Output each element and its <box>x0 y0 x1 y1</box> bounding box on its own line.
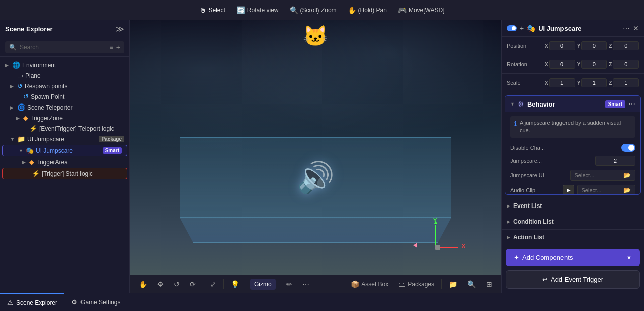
condition-list-arrow: ▶ <box>507 219 510 224</box>
pan-btn[interactable]: ✋ (Hold) Pan <box>344 4 391 16</box>
cursor-icon: 🖱 <box>199 6 206 14</box>
behavior-options-icon[interactable]: ⋯ <box>628 100 635 108</box>
add-component-icon[interactable]: + <box>520 24 524 32</box>
wasd-icon: 🎮 <box>398 6 407 14</box>
tree-arrow: ▶ <box>5 63 10 68</box>
position-x-input[interactable] <box>549 41 575 50</box>
tree-item-trigger-start-logic[interactable]: ⚡ [Trigger] Start logic <box>2 168 127 179</box>
scale-btn[interactable]: ⤢ <box>206 278 220 290</box>
zoom-btn[interactable]: 🔍 (Scroll) Zoom <box>286 4 341 16</box>
behavior-smart-badge: Smart <box>605 100 625 108</box>
asset-box-btn[interactable]: 📦 Asset Box <box>347 278 392 290</box>
prop-menu-icon[interactable]: ⋯ <box>623 24 630 32</box>
behavior-description: A jumpscare triggered by a sudden visual… <box>520 119 631 135</box>
rotation-y-input[interactable] <box>581 60 607 69</box>
game-settings-tab[interactable]: ⚙ Game Settings <box>64 293 127 311</box>
close-panel-icon[interactable]: ✕ <box>633 24 639 32</box>
tree-item-trigger-area[interactable]: ▶ ◆ TriggerArea <box>0 157 129 167</box>
more-btn[interactable]: ⋯ <box>298 278 313 290</box>
rotate-btn[interactable]: ⟳ <box>186 278 200 290</box>
asset-box-icon: 📦 <box>351 280 359 288</box>
jumpscare-count-input[interactable] <box>595 156 635 166</box>
move-btn[interactable]: 🎮 Move[WASD] <box>394 4 449 16</box>
add-components-btn[interactable]: ✦ Add Components ▼ <box>506 249 640 266</box>
action-list-header[interactable]: ▶ Action List <box>507 230 639 245</box>
rotate-view-btn[interactable]: 🔄 Rotate view <box>232 4 283 16</box>
tree-item-plane[interactable]: ▭ Plane <box>0 70 129 81</box>
pan-icon: ✋ <box>348 6 356 14</box>
edit-btn[interactable]: ✏ <box>282 278 296 290</box>
folder-icon: 📁 <box>17 135 25 143</box>
condition-list-header[interactable]: ▶ Condition List <box>507 214 639 229</box>
viewport[interactable]: 🐱 🔊 ✋ ✥ ↺ ⟳ <box>130 20 501 293</box>
trigger-area-icon: ◆ <box>29 158 34 166</box>
tree-item-respawn-points[interactable]: ▶ ↺ Respawn points <box>0 81 129 91</box>
search-input[interactable] <box>20 44 107 51</box>
scale-y-input[interactable] <box>581 78 607 87</box>
tree-item-environment[interactable]: ▶ 🌐 Environment <box>0 60 129 70</box>
refresh-btn[interactable]: ↺ <box>170 278 184 290</box>
event-trigger-icon: ↩ <box>542 276 548 283</box>
teleporter-icon: 🌀 <box>17 103 25 111</box>
component-toggle[interactable] <box>507 25 517 31</box>
jumpscare-ui-select[interactable]: Select... 📂 <box>570 170 636 181</box>
scale-z-input[interactable] <box>613 78 639 87</box>
position-section: Position X Y Z <box>502 37 644 55</box>
hand-tool-btn[interactable]: ✋ <box>135 278 151 290</box>
rotation-z-field: Z <box>609 60 639 69</box>
rotation-z-input[interactable] <box>613 60 639 69</box>
file-select-icon: 📂 <box>623 172 631 179</box>
info-icon: ℹ <box>514 120 517 127</box>
light-btn[interactable]: 💡 <box>227 278 244 290</box>
search-scene-btn[interactable]: 🔍 <box>463 278 480 290</box>
tree-item-ui-jumpscare-selected[interactable]: ▼ 🎭 UI Jumpscare Smart <box>2 145 127 156</box>
search-icon: 🔍 <box>9 44 17 51</box>
behavior-icon: ⚙ <box>518 100 524 108</box>
tree-item-scene-teleporter[interactable]: ▶ 🌀 Scene Teleporter <box>0 102 129 113</box>
tree-item-ui-jumpscare-pkg[interactable]: ▼ 📁 UI Jumpscare Package <box>0 134 129 144</box>
disable-cha-row: Disable Cha... <box>510 142 635 154</box>
rotation-section: Rotation X Y Z <box>502 55 644 74</box>
disable-cha-toggle[interactable] <box>621 144 635 152</box>
audio-clip-select[interactable]: Select... 📂 <box>577 185 636 195</box>
jumpscare-ui-label: Jumpscare UI <box>510 172 567 178</box>
packages-btn[interactable]: 🗃 Packages <box>394 278 438 290</box>
position-fields: X Y Z <box>545 41 639 50</box>
add-components-chevron-icon: ▼ <box>626 255 632 261</box>
position-y-input[interactable] <box>581 41 607 50</box>
tree-arrow: ▶ <box>10 84 15 89</box>
add-scene-item-icon[interactable]: + <box>116 43 120 51</box>
status-bar: ⚠ Scene Explorer ⚙ Game Settings <box>0 293 644 311</box>
position-z-field: Z <box>609 41 639 50</box>
action-list-title: Action List <box>513 234 544 241</box>
grid-btn[interactable]: ⊞ <box>482 278 496 290</box>
gizmo-btn[interactable]: Gizmo <box>250 279 276 290</box>
event-list-header[interactable]: ▶ Event List <box>507 198 639 214</box>
folder-browse-btn[interactable]: 📁 <box>445 278 461 290</box>
audio-clip-label: Audio Clip <box>510 187 560 193</box>
tree-item-spawn-point[interactable]: ↺ Spawn Point <box>0 91 129 102</box>
filter-icon[interactable]: ≡ <box>110 44 113 51</box>
game-settings-tab-icon: ⚙ <box>71 298 77 306</box>
collapse-icon[interactable]: ≫ <box>116 24 124 34</box>
rotate-view-label: Rotate view <box>247 7 279 14</box>
scene-explorer-tab[interactable]: ⚠ Scene Explorer <box>0 293 64 311</box>
audio-clip-row: Audio Clip ▶ Select... 📂 <box>510 183 635 195</box>
behavior-header[interactable]: ▼ ⚙ Behavior Smart ⋯ <box>505 96 640 112</box>
light-icon: 💡 <box>231 280 239 288</box>
separator <box>441 279 442 289</box>
select-tool-btn[interactable]: 🖱 Select <box>195 4 229 16</box>
audio-play-btn[interactable]: ▶ <box>563 185 574 195</box>
position-z-input[interactable] <box>613 41 639 50</box>
refresh-icon: ↺ <box>174 280 180 288</box>
add-event-trigger-btn[interactable]: ↩ Add Event Trigger <box>506 270 640 289</box>
tree-item-trigger-zone[interactable]: ▶ ◆ TriggerZone <box>0 113 129 123</box>
move-tool-btn[interactable]: ✥ <box>153 278 168 290</box>
sx-label: X <box>545 80 548 86</box>
scale-x-input[interactable] <box>549 78 575 87</box>
grid-icon: ⊞ <box>486 280 492 288</box>
top-toolbar: 🖱 Select 🔄 Rotate view 🔍 (Scroll) Zoom ✋… <box>0 0 644 20</box>
move-label: Move[WASD] <box>409 7 445 14</box>
rotation-x-input[interactable] <box>549 60 575 69</box>
tree-item-event-trigger-teleport[interactable]: ⚡ [EventTrigger] Teleport logic <box>0 123 129 134</box>
